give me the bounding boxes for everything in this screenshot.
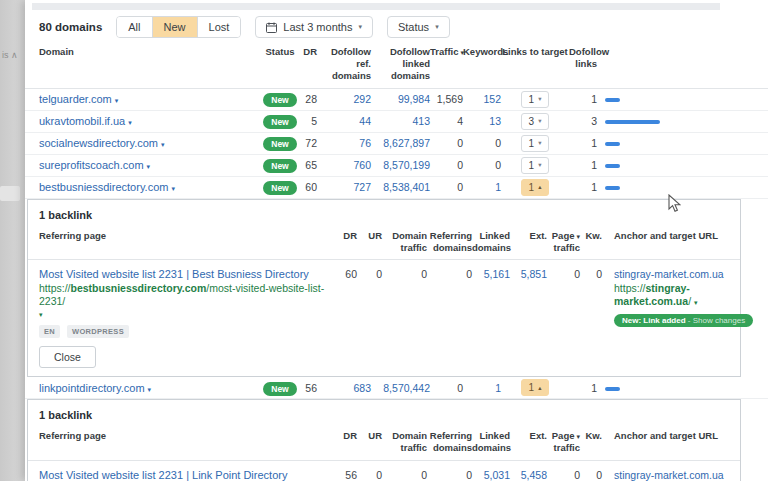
chevron-down-icon[interactable]: ▾ [115, 97, 119, 104]
linked-domains-value[interactable]: 5,031 [472, 468, 510, 481]
domain-link[interactable]: ukravtomobil.if.ua [39, 115, 125, 127]
col-page-traffic[interactable]: Page▾traffic [547, 230, 580, 254]
col-ext[interactable]: Ext. [510, 430, 547, 442]
col-domain[interactable]: Domain [39, 46, 263, 58]
col-traffic[interactable]: Traffic▾ [430, 46, 463, 58]
chevron-down-icon[interactable]: ▾ [161, 141, 165, 148]
show-changes-link[interactable]: - Show changes [688, 316, 745, 325]
dofollow-links-bar [605, 120, 660, 124]
dofollow-ref-domains-value[interactable]: 727 [317, 181, 371, 193]
dofollow-linked-domains-value[interactable]: 413 [371, 115, 430, 127]
backlink-panel: 1 backlink Referring page DR UR Domaintr… [27, 399, 741, 481]
col-dofollow-ref-domains[interactable]: Dofollow ref.domains [317, 46, 371, 82]
col-anchor-target-url[interactable]: Anchor and target URL [602, 230, 729, 242]
col-referring-page[interactable]: Referring page [39, 230, 332, 242]
dofollow-linked-domains-value[interactable]: 8,538,401 [371, 181, 430, 193]
filter-new-button[interactable]: New [153, 17, 198, 37]
date-range-dropdown[interactable]: Last 3 months ▾ [255, 16, 373, 38]
chevron-down-icon: ▾ [538, 117, 541, 125]
keywords-value[interactable]: 1 [463, 382, 501, 394]
col-referring-domains[interactable]: Referringdomains [427, 230, 472, 254]
col-dofollow-linked-domains[interactable]: Dofollow linkeddomains [371, 46, 430, 82]
status-badge: New [263, 137, 296, 151]
chevron-down-icon[interactable]: ▾ [171, 185, 175, 192]
keywords-value[interactable]: 13 [463, 115, 501, 127]
dofollow-ref-domains-value[interactable]: 760 [317, 159, 371, 171]
col-kw[interactable]: Kw. [580, 430, 602, 442]
dr-value: 60 [332, 267, 357, 281]
page-badges: EN WORDPRESS [39, 324, 332, 338]
col-dr[interactable]: DR [332, 430, 357, 442]
col-keywords[interactable]: Keywords [463, 46, 501, 58]
col-ur[interactable]: UR [357, 430, 382, 442]
domain-link[interactable]: telguarder.com [39, 93, 112, 105]
col-dr[interactable]: DR [297, 46, 317, 58]
dr-value: 65 [297, 159, 317, 171]
backlink-count: 1 backlink [28, 207, 740, 230]
domain-link[interactable]: bestbusniessdirectory.com [39, 181, 168, 193]
col-domain-traffic[interactable]: Domaintraffic [382, 430, 427, 454]
referring-page-title[interactable]: Most Visited website list 2231 | Best Bu… [39, 267, 332, 281]
dofollow-ref-domains-value[interactable]: 44 [317, 115, 371, 127]
anchor-link[interactable]: stingray-market.com.ua [614, 267, 753, 281]
traffic-value: 0 [430, 137, 463, 149]
chevron-down-icon[interactable]: ▾ [148, 386, 152, 393]
col-referring-page[interactable]: Referring page [39, 430, 332, 442]
keywords-value[interactable]: 152 [463, 93, 501, 105]
filter-lost-button[interactable]: Lost [198, 17, 241, 37]
col-dr[interactable]: DR [332, 230, 357, 242]
keywords-value[interactable]: 1 [463, 181, 501, 193]
dofollow-links-value: 1 [569, 181, 597, 193]
domain-link[interactable]: sureprofitscoach.com [39, 159, 144, 171]
links-to-target-dropdown[interactable]: 1▾ [521, 91, 550, 108]
target-url[interactable]: https://stingray-market.com.ua/ ▾ [614, 282, 753, 309]
col-linked-domains[interactable]: Linkeddomains [472, 230, 510, 254]
dofollow-linked-domains-value[interactable]: 99,984 [371, 93, 430, 105]
dofollow-linked-domains-value[interactable]: 8,627,897 [371, 137, 430, 149]
close-button[interactable]: Close [39, 346, 96, 368]
links-to-target-dropdown[interactable]: 1▾ [521, 135, 550, 152]
dofollow-ref-domains-value[interactable]: 292 [317, 93, 371, 105]
dofollow-linked-domains-value[interactable]: 8,570,442 [371, 382, 430, 394]
ext-value[interactable]: 5,851 [510, 267, 547, 281]
status-dropdown[interactable]: Status ▾ [387, 16, 450, 38]
anchor-link[interactable]: stingray-market.com.ua [614, 468, 729, 481]
col-page-traffic[interactable]: Page▾traffic [547, 430, 580, 454]
chevron-down-icon[interactable]: ▾ [128, 119, 132, 126]
chevron-down-icon: ▾ [538, 161, 541, 169]
links-to-target-dropdown[interactable]: 3▾ [521, 113, 550, 130]
col-status[interactable]: Status [263, 46, 297, 58]
domain-link[interactable]: socialnewsdirectory.com [39, 137, 158, 149]
links-to-target-dropdown[interactable]: 1▴ [521, 379, 550, 396]
col-kw[interactable]: Kw. [580, 230, 602, 242]
chevron-down-icon[interactable]: ▾ [147, 163, 151, 170]
col-ur[interactable]: UR [357, 230, 382, 242]
table-header: Domain Status DR Dofollow ref.domains Do… [25, 45, 768, 89]
referring-page-title[interactable]: Most Visited website list 2231 | Link Po… [39, 468, 332, 481]
domain-link[interactable]: linkpointdirectory.com [39, 382, 145, 394]
col-ext[interactable]: Ext. [510, 230, 547, 242]
linked-domains-value[interactable]: 5,161 [472, 267, 510, 281]
chevron-up-icon: ▴ [538, 384, 541, 392]
col-anchor-target-url[interactable]: Anchor and target URL [602, 430, 729, 442]
links-to-target-dropdown[interactable]: 1▴ [521, 179, 550, 196]
col-domain-traffic[interactable]: Domaintraffic [382, 230, 427, 254]
backlink-table-header: Referring page DR UR Domaintraffic Refer… [28, 430, 740, 461]
referring-page-url[interactable]: https://bestbusniessdirectory.com/most-v… [39, 282, 332, 308]
chevron-down-icon[interactable]: ▾ [694, 299, 698, 306]
dofollow-linked-domains-value[interactable]: 8,570,199 [371, 159, 430, 171]
col-linked-domains[interactable]: Linkeddomains [472, 430, 510, 454]
dofollow-ref-domains-value[interactable]: 683 [317, 382, 371, 394]
dofollow-ref-domains-value[interactable]: 76 [317, 137, 371, 149]
col-dofollow-links[interactable]: Dofollowlinks [569, 46, 597, 70]
keywords-value: 0 [463, 159, 501, 171]
col-referring-domains[interactable]: Referringdomains [427, 430, 472, 454]
dofollow-links-value: 3 [569, 115, 597, 127]
table-row: linkpointdirectory.com▾ New 56 683 8,570… [25, 377, 768, 399]
col-links-to-target[interactable]: Links to target [501, 46, 569, 58]
chevron-down-icon[interactable]: ▾ [39, 311, 332, 319]
filter-all-button[interactable]: All [117, 17, 152, 37]
dofollow-links-bar [605, 142, 620, 146]
ext-value[interactable]: 5,458 [510, 468, 547, 481]
links-to-target-dropdown[interactable]: 1▾ [521, 157, 550, 174]
